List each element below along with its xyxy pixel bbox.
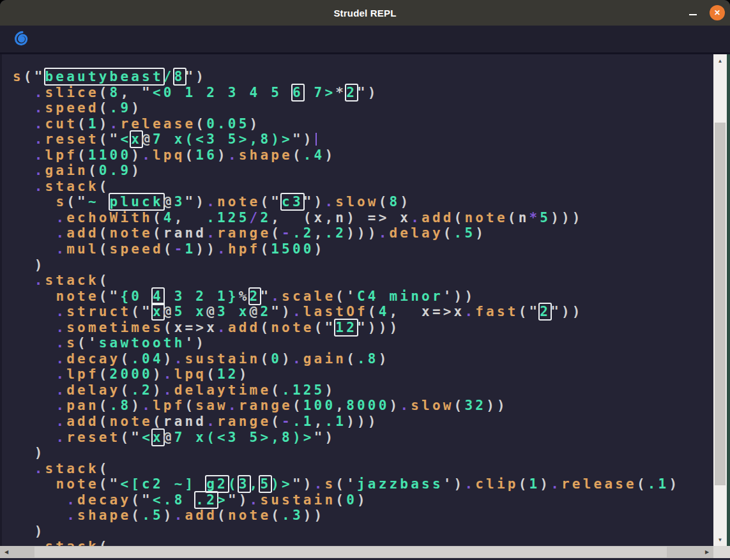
minimize-button[interactable]	[685, 5, 701, 20]
close-button[interactable]: ✕	[710, 5, 725, 20]
arrow-left-icon: ◀	[4, 549, 8, 555]
code-token: ")	[293, 132, 314, 147]
code-token: )))	[346, 225, 379, 241]
code-token	[13, 148, 34, 163]
code-token	[13, 351, 56, 367]
code-token: (	[120, 351, 131, 367]
code-token: (	[271, 508, 282, 523]
code-token: stack	[45, 539, 99, 546]
code-token: note	[110, 414, 153, 429]
code-token: 12	[217, 367, 239, 382]
horizontal-scrollbar[interactable]: ◀ ▶	[0, 546, 730, 558]
code-token: .125	[282, 382, 324, 398]
code-token: )	[540, 476, 551, 492]
code-token: (	[153, 225, 163, 241]
code-line: .pan(.8).lpf(saw.range(100,8000).slow(32…	[13, 398, 713, 414]
highlighted-code-token: pluck	[110, 194, 163, 209]
code-token: 1100	[88, 148, 131, 163]
code-token: 0	[271, 351, 282, 367]
code-token: <	[120, 132, 131, 147]
scroll-up-button[interactable]: ▲	[713, 54, 727, 67]
highlighted-code-token: 6	[293, 85, 303, 100]
code-token	[13, 163, 34, 178]
code-token: )	[163, 508, 174, 523]
code-line: note("{0 4 3 2 1}%2".scale('C4 minor'))	[13, 289, 713, 305]
code-token	[13, 257, 34, 273]
code-token	[13, 210, 56, 225]
code-token: 0.05	[206, 116, 249, 132]
strudel-spiral-logo-icon[interactable]	[13, 30, 31, 48]
code-token: "))	[551, 304, 583, 319]
code-token: ,	[314, 414, 325, 429]
code-token: ('	[335, 476, 357, 492]
code-token: .125	[206, 210, 249, 225]
code-token: ")	[185, 194, 207, 209]
highlighted-code-token: 3	[239, 476, 250, 492]
code-token: add	[422, 210, 454, 225]
code-token: s	[13, 69, 24, 84]
code-token: .	[400, 398, 411, 413]
code-token: <0 1 2 3 4 5	[153, 85, 293, 100]
code-token: (	[99, 179, 110, 194]
code-line: )	[13, 524, 713, 540]
code-token: ("	[66, 194, 88, 209]
code-token	[13, 461, 34, 476]
code-token: speed	[45, 100, 99, 116]
code-token: delay	[390, 225, 443, 241]
code-token: note	[217, 194, 260, 209]
code-token: "	[260, 289, 271, 304]
code-token: sometimes	[66, 320, 163, 335]
code-token: .2	[293, 225, 314, 241]
code-token	[13, 241, 56, 257]
highlighted-code-token: 2	[250, 289, 261, 304]
code-token	[13, 194, 56, 209]
scroll-left-button[interactable]: ◀	[0, 546, 13, 558]
code-token: .	[293, 304, 303, 319]
code-token: s	[324, 476, 335, 492]
vertical-scrollbar-thumb[interactable]	[715, 123, 726, 485]
window-edge-strip	[727, 54, 730, 546]
code-line: .cut(1).release(0.05)	[13, 116, 713, 132]
code-token: .	[206, 194, 217, 209]
code-token: (	[88, 163, 99, 178]
code-token: hpf	[228, 241, 261, 257]
code-token: .	[56, 430, 66, 445]
code-token: (	[508, 210, 519, 225]
scroll-down-button[interactable]: ▼	[713, 533, 727, 546]
code-line: .add(note(rand.range(-.2,.2))).delay(.5)	[13, 225, 713, 241]
code-token	[13, 116, 34, 132]
code-token	[13, 414, 56, 429]
code-token: reset	[66, 430, 120, 445]
code-token	[13, 539, 34, 546]
code-token: note	[271, 320, 314, 335]
code-line: .mul(speed(-1)).hpf(1500)	[13, 241, 713, 257]
code-token	[13, 335, 56, 351]
code-token: )	[99, 116, 110, 132]
code-token	[13, 273, 34, 288]
code-line: .s('sawtooth')	[13, 335, 713, 351]
horizontal-scrollbar-thumb[interactable]	[34, 547, 667, 557]
code-line: )	[13, 257, 713, 273]
code-token: (	[99, 367, 110, 382]
highlighted-code-token: .2	[195, 492, 217, 508]
code-token: .8	[357, 351, 379, 367]
app-header	[0, 26, 730, 54]
code-token: add	[185, 508, 218, 523]
code-token: (	[99, 414, 110, 429]
code-token: , "	[120, 85, 153, 100]
code-editor[interactable]: s("beautybeast/8") .slice(8, "<0 1 2 3 4…	[0, 54, 713, 546]
vertical-scrollbar[interactable]: ▲ ▼	[713, 54, 727, 546]
code-token: decay	[66, 351, 120, 367]
code-token: .	[56, 367, 66, 382]
code-token: scale	[282, 289, 335, 304]
code-token: -	[174, 241, 185, 257]
horizontal-scrollbar-track[interactable]	[13, 546, 701, 558]
code-token: 1	[529, 476, 540, 492]
scroll-right-button[interactable]: ▶	[701, 546, 713, 558]
code-token: ("	[120, 430, 142, 445]
code-token: lpq	[174, 367, 207, 382]
code-token: note	[56, 289, 98, 304]
code-token: ('	[335, 289, 357, 304]
code-token: range	[217, 414, 271, 429]
code-token: <	[142, 430, 153, 445]
